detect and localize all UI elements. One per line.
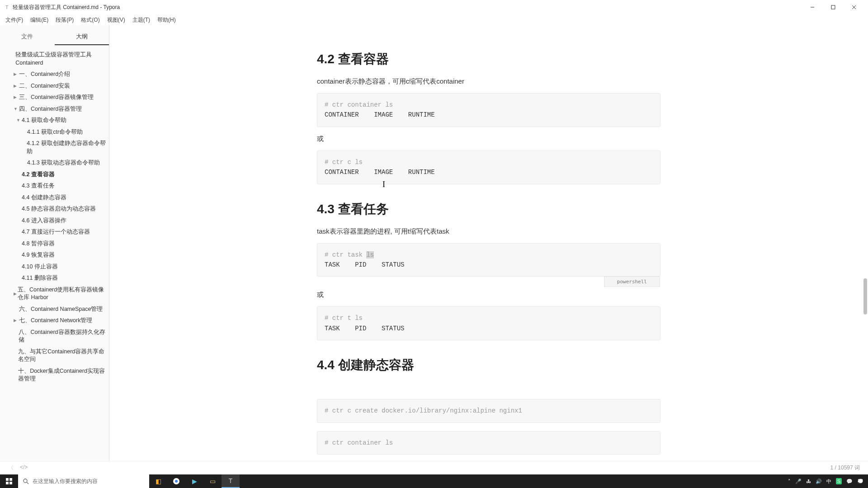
outline-item[interactable]: ▶4.11 删除容器 <box>0 272 109 284</box>
outline-item[interactable]: ▶4.5 静态容器启动为动态容器 <box>0 203 109 215</box>
outline-item[interactable]: ▶二、Containerd安装 <box>0 80 109 92</box>
outline-label: 四、Containerd容器管理 <box>19 105 82 113</box>
svg-rect-1 <box>831 5 835 9</box>
code-block[interactable]: # ctr container ls CONTAINER IMAGE RUNTI… <box>317 93 660 127</box>
svg-rect-4 <box>6 478 9 481</box>
outline-label: 4.1.3 获取动态容器命令帮助 <box>27 159 100 167</box>
outline-item[interactable]: ▶4.3 查看任务 <box>0 180 109 192</box>
outline-label: 4.3 查看任务 <box>22 182 55 190</box>
titlebar: T 轻量级容器管理工具 Containerd.md - Typora <box>0 0 868 14</box>
taskbar-app-explorer[interactable]: ▭ <box>203 474 222 488</box>
outline-label: 4.4 创建静态容器 <box>22 194 66 202</box>
taskbar: 在这里输入你要搜索的内容 ◧ ▶ ▭ T ˄ 🎤 🖧 🔊 中 S 💬 💭 <box>0 474 868 488</box>
outline-label: 轻量级或工业级容器管理工具 Containerd <box>15 51 106 67</box>
editor-area[interactable]: 4.2 查看容器 container表示静态容器，可用c缩写代表containe… <box>109 25 868 461</box>
outline-label: 五、Containerd使用私有容器镜像仓库 Harbor <box>18 286 106 302</box>
outline-item[interactable]: ▶七、Containerd Network管理 <box>0 315 109 327</box>
outline-doc-title[interactable]: 轻量级或工业级容器管理工具 Containerd <box>0 49 109 69</box>
outline-item[interactable]: ▶4.2 查看容器 <box>0 169 109 181</box>
paragraph[interactable]: container表示静态容器，可用c缩写代表container <box>317 76 660 87</box>
taskbar-app-chrome[interactable] <box>167 474 185 488</box>
taskbar-app-typora[interactable]: T <box>222 474 240 488</box>
menu-view[interactable]: 视图(V) <box>104 15 129 25</box>
outline-item[interactable]: ▶三、Containerd容器镜像管理 <box>0 92 109 103</box>
tray-notif-icon[interactable]: 💬 <box>846 479 853 484</box>
svg-point-11 <box>175 480 178 483</box>
back-icon[interactable]: 〈 <box>8 464 14 472</box>
close-button[interactable] <box>844 0 864 14</box>
menu-help[interactable]: 帮助(H) <box>154 15 179 25</box>
language-tag[interactable]: powershell <box>604 277 660 287</box>
search-placeholder: 在这里输入你要搜索的内容 <box>33 478 98 485</box>
outline-label: 4.8 暂停容器 <box>22 240 55 248</box>
outline-label: 4.1 获取命令帮助 <box>22 117 66 125</box>
code-block[interactable]: # ctr c ls CONTAINER IMAGE RUNTIME <box>317 150 660 184</box>
outline-item[interactable]: ▶4.4 创建静态容器 <box>0 192 109 204</box>
source-toggle-icon[interactable]: </> <box>20 464 28 472</box>
menu-theme[interactable]: 主题(T) <box>129 15 154 25</box>
outline-label: 4.1.2 获取创建静态容器命令帮助 <box>27 140 106 155</box>
outline-label: 4.2 查看容器 <box>22 171 55 179</box>
outline-item[interactable]: ▶4.1.3 获取动态容器命令帮助 <box>0 157 109 169</box>
chevron-right-icon: ▶ <box>14 291 18 297</box>
outline-item[interactable]: ▶六、Containerd NameSpace管理 <box>0 304 109 315</box>
code-block[interactable]: # ctr c create docker.io/library/nginx:a… <box>317 399 660 422</box>
outline-item[interactable]: ▶4.1.1 获取ctr命令帮助 <box>0 127 109 138</box>
tray-app-icon[interactable]: S <box>836 478 842 484</box>
outline-item[interactable]: ▼四、Containerd容器管理 <box>0 103 109 115</box>
tray-network-icon[interactable]: 🖧 <box>806 479 811 484</box>
paragraph[interactable]: 或 <box>317 133 660 144</box>
maximize-button[interactable] <box>823 0 844 14</box>
minimize-button[interactable] <box>802 0 823 14</box>
heading-4-2[interactable]: 4.2 查看容器 <box>317 51 660 68</box>
tray-chevron-icon[interactable]: ˄ <box>788 479 791 484</box>
word-count[interactable]: 1 / 10597 词 <box>830 464 860 472</box>
paragraph[interactable]: 或 <box>317 289 660 300</box>
outline-item[interactable]: ▶4.7 直接运行一个动态容器 <box>0 226 109 238</box>
scrollbar-thumb[interactable] <box>863 278 867 314</box>
outline-item[interactable]: ▶4.6 进入容器操作 <box>0 215 109 227</box>
outline-label: 4.11 删除容器 <box>22 274 58 282</box>
outline-label: 4.9 恢复容器 <box>22 251 55 259</box>
outline-item[interactable]: ▶八、Containerd容器数据持久化存储 <box>0 327 109 346</box>
outline-item[interactable]: ▶4.8 暂停容器 <box>0 238 109 250</box>
outline-item[interactable]: ▶4.10 停止容器 <box>0 261 109 273</box>
heading-4-3[interactable]: 4.3 查看任务 <box>317 201 660 218</box>
outline-item[interactable]: ▶4.9 恢复容器 <box>0 249 109 261</box>
menu-paragraph[interactable]: 段落(P) <box>52 15 77 25</box>
system-tray: ˄ 🎤 🖧 🔊 中 S 💬 💭 <box>783 478 868 485</box>
statusbar: 〈 </> 1 / 10597 词 <box>0 461 868 474</box>
code-block[interactable]: # ctr container ls <box>317 431 660 455</box>
menu-format[interactable]: 格式(O) <box>77 15 103 25</box>
tab-outline[interactable]: 大纲 <box>55 29 109 45</box>
tray-volume-icon[interactable]: 🔊 <box>816 479 822 484</box>
paragraph[interactable]: task表示容器里跑的进程, 可用t缩写代表task <box>317 226 660 237</box>
outline-label: 三、Containerd容器镜像管理 <box>19 94 94 102</box>
tab-files[interactable]: 文件 <box>0 29 55 45</box>
app-icon: T <box>4 4 10 10</box>
text-cursor: I <box>382 180 385 189</box>
outline-item[interactable]: ▶十、Docker集成Containerd实现容器管理 <box>0 366 109 385</box>
code-block[interactable]: # ctr t ls TASK PID STATUS <box>317 306 660 340</box>
outline-item[interactable]: ▼4.1 获取命令帮助 <box>0 115 109 127</box>
menu-file[interactable]: 文件(F) <box>2 15 27 25</box>
outline-item[interactable]: ▶4.1.2 获取创建静态容器命令帮助 <box>0 138 109 157</box>
taskbar-app-player[interactable]: ▶ <box>185 474 203 488</box>
tray-mic-icon[interactable]: 🎤 <box>795 479 802 484</box>
chevron-right-icon: ▶ <box>14 71 19 77</box>
heading-4-4[interactable]: 4.4 创建静态容器 <box>317 357 660 374</box>
outline-item[interactable]: ▶一、Containerd介绍 <box>0 69 109 80</box>
outline-item[interactable]: ▶九、与其它Containerd容器共享命名空间 <box>0 346 109 366</box>
outline-item[interactable]: ▶五、Containerd使用私有容器镜像仓库 Harbor <box>0 284 109 304</box>
taskbar-search[interactable]: 在这里输入你要搜索的内容 <box>18 474 149 488</box>
paragraph[interactable] <box>317 382 660 393</box>
menu-edit[interactable]: 编辑(E) <box>27 15 52 25</box>
outline-label: 二、Containerd安装 <box>19 82 70 90</box>
start-button[interactable] <box>0 474 18 488</box>
tray-ime[interactable]: 中 <box>826 478 831 485</box>
code-block[interactable]: # ctr task ls TASK PID STATUSpowershell <box>317 243 660 277</box>
outline-label: 七、Containerd Network管理 <box>19 317 92 325</box>
outline-label: 十、Docker集成Containerd实现容器管理 <box>18 367 106 383</box>
tray-action-center-icon[interactable]: 💭 <box>857 479 863 484</box>
taskbar-app-vm[interactable]: ◧ <box>149 474 167 488</box>
